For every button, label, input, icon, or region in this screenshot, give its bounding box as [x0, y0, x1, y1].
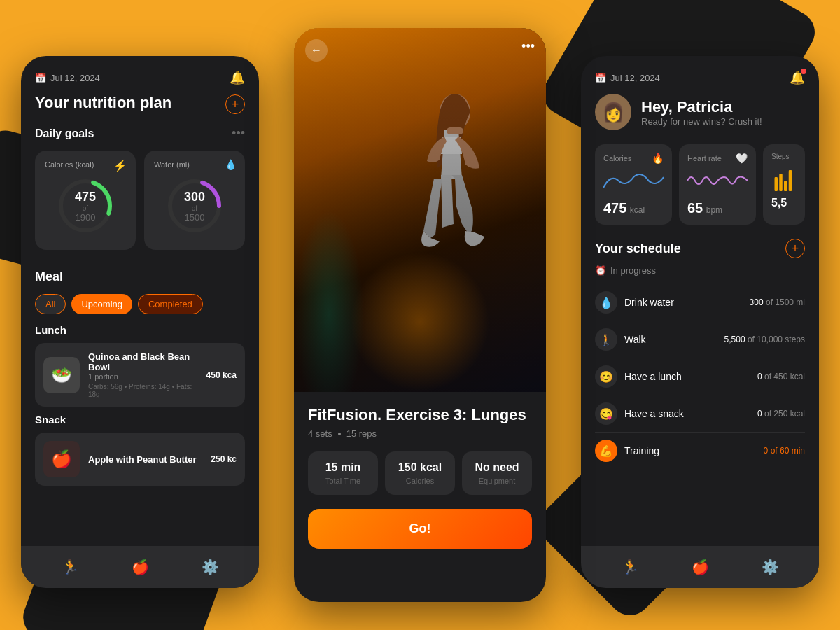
schedule-item-training: 💪 Training 0 of 60 min [595, 433, 805, 504]
notification-dot [801, 69, 806, 74]
water-icon: 💧 [595, 291, 617, 314]
meal-filter-tabs: All Upcoming Completed [35, 294, 245, 314]
calories-of: of [75, 204, 96, 212]
schedule-header: Your schedule + [595, 239, 805, 258]
back-button[interactable]: ← [305, 39, 328, 62]
stat-time-value: 15 min [315, 461, 371, 474]
calories-total: 1900 [75, 212, 96, 223]
exercise-info: FitFusion. Exercise 3: Lunges 4 sets 15 … [294, 392, 546, 549]
svg-rect-6 [775, 177, 778, 191]
schedule-item-snack: 😋 Have a snack 0 of 250 kcal [595, 396, 805, 433]
water-card: Water (ml) 💧 300 of 1500 [144, 150, 245, 250]
snack-label: Snack [35, 414, 245, 426]
walk-icon: 🚶 [595, 328, 617, 351]
stat-calories-label: Calories [392, 477, 448, 485]
lunch-portion: 1 portion [88, 372, 198, 381]
heart-rate-chart [687, 167, 748, 195]
center-phone: ← ••• FitFusion. Exercise 3: Lunges 4 se… [294, 28, 546, 602]
calendar-icon: 📅 [35, 73, 46, 83]
nav-run-icon-right[interactable]: 🏃 [622, 559, 639, 575]
right-phone: 📅 Jul 12, 2024 🔔 👩 Hey, Patricia Ready f… [581, 56, 819, 588]
stat-calories: 150 kcal Calories [385, 451, 455, 495]
greeting-text: Hey, Patricia Ready for new wins? Crush … [641, 98, 762, 127]
metric-calories: Calories 🔥 475 kcal [595, 144, 672, 225]
filter-all-tab[interactable]: All [35, 294, 66, 314]
svg-rect-7 [779, 174, 783, 191]
in-progress-label: ⏰ In progress [595, 265, 805, 276]
snack-kcal: 250 kc [211, 454, 237, 464]
go-button[interactable]: Go! [308, 509, 532, 549]
schedule-water-progress: 300 of 1500 ml [750, 298, 805, 307]
schedule-lunch-progress: 0 of 450 kcal [757, 372, 805, 382]
nav-nutrition-icon-right[interactable]: 🍎 [692, 559, 709, 575]
stat-equipment-label: Equipment [469, 477, 525, 485]
meal-section-title: Meal [35, 270, 63, 284]
schedule-lunch-name: Have a lunch [624, 371, 757, 382]
stat-time-label: Total Time [315, 477, 371, 485]
schedule-walk-name: Walk [624, 334, 724, 345]
water-value: 300 [184, 190, 205, 204]
add-schedule-button[interactable]: + [785, 239, 805, 258]
more-options-left[interactable]: ••• [232, 126, 245, 141]
left-phone: 📅 Jul 12, 2024 🔔 Your nutrition plan + D… [21, 56, 259, 588]
date-row-left: 📅 Jul 12, 2024 🔔 [35, 70, 245, 85]
svg-rect-8 [784, 181, 788, 191]
schedule-walk-progress: 5,500 of 10,000 steps [724, 335, 805, 344]
schedule-item-walk: 🚶 Walk 5,500 of 10,000 steps [595, 321, 805, 358]
lunch-label: Lunch [35, 324, 245, 336]
filter-completed-tab[interactable]: Completed [138, 294, 203, 314]
date-left: Jul 12, 2024 [50, 73, 100, 83]
schedule-training-name: Training [624, 445, 764, 456]
exercise-meta: 4 sets 15 reps [308, 428, 532, 439]
goals-cards-row: Calories (kcal) ⚡ 475 of 1900 Water (m [35, 150, 245, 250]
avatar: 👩 [595, 94, 631, 130]
nav-settings-icon-left[interactable]: ⚙️ [202, 559, 219, 575]
schedule-item-water: 💧 Drink water 300 of 1500 ml [595, 284, 805, 321]
metric-steps: Steps 5,5 [763, 144, 805, 225]
add-meal-button[interactable]: + [225, 94, 245, 114]
water-of: of [184, 204, 205, 212]
exercise-title: FitFusion. Exercise 3: Lunges [308, 406, 532, 424]
schedule-list: 💧 Drink water 300 of 1500 ml 🚶 Walk 5,50… [595, 284, 805, 504]
hero-overlay [294, 28, 546, 392]
snack-image: 🍎 [43, 441, 80, 477]
calendar-icon-right: 📅 [595, 73, 606, 83]
bottom-nav-left: 🏃 🍎 ⚙️ [21, 546, 259, 588]
snack-info: Apple with Peanut Butter [88, 454, 202, 465]
water-label: Water (ml) [154, 160, 235, 169]
notification-icon-left[interactable]: 🔔 [230, 71, 245, 85]
heart-icon: 🤍 [736, 153, 748, 164]
training-icon: 💪 [595, 440, 617, 462]
meta-dot [338, 433, 341, 435]
nav-nutrition-icon-left[interactable]: 🍎 [132, 559, 149, 575]
nav-settings-icon-right[interactable]: ⚙️ [762, 559, 779, 575]
metric-steps-value: 5,5 [771, 197, 797, 209]
date-row-right: 📅 Jul 12, 2024 🔔 [595, 70, 805, 85]
clock-icon: ⏰ [595, 265, 606, 276]
stat-calories-value: 150 kcal [392, 461, 448, 474]
water-drop-icon: 💧 [225, 159, 237, 170]
schedule-training-progress: 0 of 60 min [764, 446, 805, 456]
stat-time: 15 min Total Time [308, 451, 378, 495]
menu-dots-icon: ••• [522, 39, 535, 53]
bottom-nav-right: 🏃 🍎 ⚙️ [581, 546, 819, 588]
greeting-subtitle: Ready for new wins? Crush it! [641, 116, 762, 127]
lunch-info: Quinoa and Black Bean Bowl 1 portion Car… [88, 351, 198, 398]
schedule-snack-name: Have a snack [624, 408, 757, 419]
metric-hr-label: Heart rate 🤍 [687, 153, 748, 164]
back-arrow-icon: ← [311, 44, 322, 57]
exercise-menu-button[interactable]: ••• [522, 39, 535, 54]
stat-equipment: No need Equipment [462, 451, 532, 495]
calories-value: 475 [75, 190, 96, 204]
lunch-item: 🥗 Quinoa and Black Bean Bowl 1 portion C… [35, 343, 245, 407]
nav-run-icon-left[interactable]: 🏃 [62, 559, 79, 575]
reps-label: 15 reps [346, 428, 377, 439]
filter-upcoming-tab[interactable]: Upcoming [71, 294, 132, 314]
date-right: Jul 12, 2024 [610, 73, 660, 83]
calories-card: Calories (kcal) ⚡ 475 of 1900 [35, 150, 136, 250]
user-header: 👩 Hey, Patricia Ready for new wins? Crus… [595, 94, 805, 130]
svg-rect-9 [789, 170, 792, 191]
lunch-image: 🥗 [43, 357, 80, 393]
meal-header: Meal [35, 270, 245, 284]
schedule-item-lunch: 😊 Have a lunch 0 of 450 kcal [595, 358, 805, 396]
